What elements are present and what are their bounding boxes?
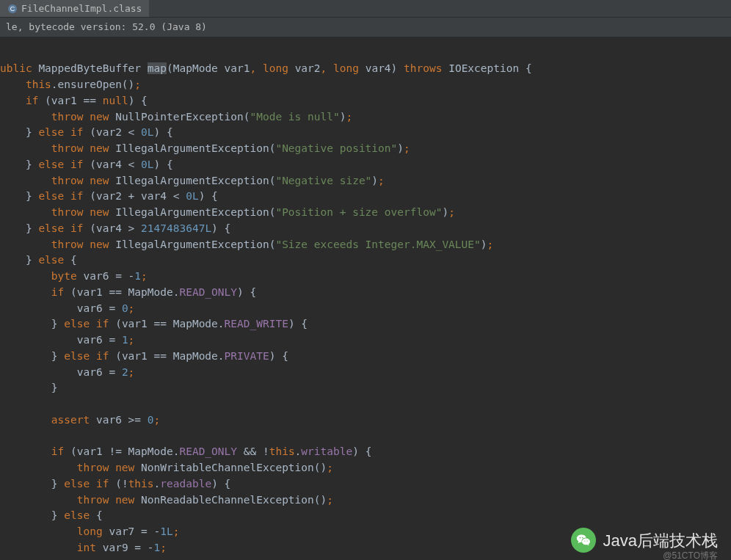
code-line: this.ensureOpen(); (0, 79, 141, 90)
decompile-text: le, bytecode version: 52.0 (Java 8) (6, 21, 207, 32)
code-line: } (0, 382, 58, 393)
code-line: throw new NonWritableChannelException(); (0, 462, 333, 473)
file-tab[interactable]: C FileChannelImpl.class (0, 0, 149, 17)
svg-text:C: C (10, 5, 15, 12)
code-line: } else if (var1 == MapMode.READ_WRITE) { (0, 318, 308, 330)
code-line: throw new NullPointerException("Mode is … (0, 111, 352, 123)
code-line: if (var1 != MapMode.READ_ONLY && !this.w… (0, 446, 371, 457)
code-line: } else if (!this.readable) { (0, 478, 230, 490)
code-line: } else { (0, 254, 77, 266)
wechat-icon (571, 528, 596, 553)
code-line: } else if (var4 > 2147483647L) { (0, 222, 230, 234)
code-line: } else { (0, 509, 103, 521)
code-line: } else if (var2 + var4 < 0L) { (0, 190, 218, 202)
code-line: byte var6 = -1; (0, 270, 148, 282)
code-line: } else if (var2 < 0L) { (0, 126, 173, 138)
code-line: throw new NonReadableChannelException(); (0, 494, 333, 506)
tab-bar: C FileChannelImpl.class (0, 0, 731, 18)
code-line: assert var6 >= 0; (0, 414, 160, 426)
code-line: if (var1 == MapMode.READ_ONLY) { (0, 286, 256, 298)
code-line: ublic MappedByteBuffer map(MapMode var1,… (0, 62, 532, 74)
code-line: if (var1 == null) { (0, 95, 148, 106)
code-editor[interactable]: ublic MappedByteBuffer map(MapMode var1,… (0, 37, 731, 556)
code-line: var6 = 2; (0, 366, 134, 378)
code-line: long var7 = -1L; (0, 526, 179, 537)
tab-filename: FileChannelImpl.class (21, 1, 142, 16)
class-file-icon: C (7, 4, 18, 14)
code-line: } else if (var4 < 0L) { (0, 159, 173, 170)
decompile-info-bar: le, bytecode version: 52.0 (Java 8) (0, 18, 731, 37)
code-line: var6 = 1; (0, 334, 134, 346)
code-line: throw new IllegalArgumentException("Nega… (0, 175, 385, 186)
code-line: var6 = 0; (0, 302, 134, 314)
code-line: } else if (var1 == MapMode.PRIVATE) { (0, 350, 288, 362)
code-line: throw new IllegalArgumentException("Posi… (0, 206, 455, 218)
watermark-sub: @51CTO博客 (663, 549, 718, 560)
code-line: throw new IllegalArgumentException("Nega… (0, 142, 410, 154)
code-line: int var9 = -1; (0, 542, 167, 553)
code-line: throw new IllegalArgumentException("Size… (0, 239, 493, 250)
